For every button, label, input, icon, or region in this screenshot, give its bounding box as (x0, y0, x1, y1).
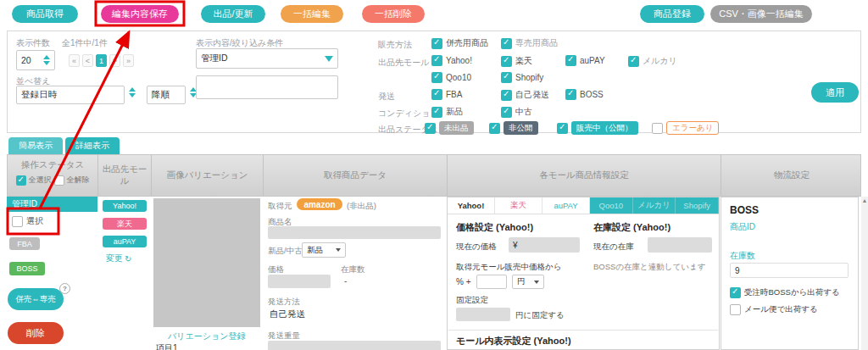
filter-option-fba[interactable]: FBA (431, 89, 462, 100)
bulk-delete-button[interactable]: 一括削除 (362, 5, 425, 23)
help-icon[interactable]: ? (59, 283, 70, 294)
filter-option-rakuten[interactable]: 楽天 (501, 55, 532, 67)
field-select[interactable]: 管理ID (196, 48, 338, 69)
percent-input[interactable] (476, 275, 507, 289)
sort-order-select[interactable]: 降順 (147, 86, 186, 104)
filter-option-shopify[interactable]: Shopify (501, 72, 543, 83)
fixed-setting-label: 固定設定 (456, 295, 488, 306)
per-page-select[interactable]: 20 (16, 50, 55, 70)
filter-option-senbai[interactable]: 専売用商品 (501, 37, 558, 49)
checkbox-checked-icon[interactable] (565, 55, 576, 66)
checkbox-unchecked-icon[interactable] (730, 304, 741, 315)
apply-button[interactable]: 適用 (811, 82, 859, 103)
filter-search-input[interactable] (196, 75, 338, 99)
checkbox-checked-icon[interactable] (565, 89, 576, 100)
scroll-up-icon[interactable]: ▲ (861, 197, 868, 204)
pagination-last[interactable]: » (123, 54, 134, 67)
filter-status-selling[interactable]: 販売中（公開） (557, 121, 638, 135)
sales-method-label: 販売方法 (378, 39, 412, 51)
pagination-prev[interactable]: < (82, 54, 93, 67)
checkbox-checked-icon[interactable] (431, 72, 442, 83)
ship-method-value: 自己発送 (270, 308, 305, 320)
checkbox-checked-icon[interactable] (628, 56, 639, 67)
tab-yahoo[interactable]: Yahoo! (448, 197, 495, 214)
condition-select[interactable]: 新品 (302, 242, 346, 258)
checkbox-checked-icon[interactable] (730, 287, 741, 298)
pagination-current-page[interactable]: 1 (96, 54, 107, 67)
boss-ship-option[interactable]: 受注時BOSSから出荷する (730, 287, 840, 298)
option-label: 中古 (515, 106, 532, 118)
product-image-placeholder (153, 198, 260, 327)
csv-image-bulk-edit-button[interactable]: CSV・画像一括編集 (710, 5, 812, 23)
yen-unit-select[interactable]: 円 (512, 275, 544, 289)
mail-ship-option[interactable]: メール便で出荷する (730, 304, 818, 315)
header-label: 出品先モール (98, 164, 151, 187)
pagination: « < 1 > » (69, 54, 134, 67)
pagination-next[interactable]: > (109, 54, 120, 67)
filter-option-aupay[interactable]: auPAY (565, 55, 605, 66)
checkbox-checked-icon[interactable] (501, 90, 512, 101)
save-edits-button[interactable]: 編集内容保存 (101, 5, 179, 23)
tab-aupay[interactable]: auPAY (542, 197, 590, 214)
option-label: auPAY (580, 56, 605, 65)
current-stock-label: 現在の在庫 (593, 242, 634, 253)
tab-mercari: メルカリ (633, 197, 676, 214)
sort-field-spinner[interactable] (129, 87, 136, 97)
filter-status-unlisted[interactable]: 未出品 (425, 121, 474, 135)
filter-option-yahoo[interactable]: Yahoo! (431, 55, 472, 66)
publish-update-button[interactable]: 出品/更新 (201, 5, 265, 23)
field-select-value: 管理ID (201, 53, 228, 64)
bulk-edit-button[interactable]: 一括編集 (281, 5, 343, 23)
scrollbar[interactable]: ▲ (861, 197, 868, 350)
spinner-down-icon[interactable] (129, 93, 136, 97)
checkbox-checked-icon[interactable] (557, 123, 568, 134)
filter-option-boss[interactable]: BOSS (565, 89, 604, 100)
sort-order-value: 降順 (152, 89, 170, 101)
checkbox-unchecked-icon[interactable] (652, 123, 663, 134)
tab-rakuten[interactable]: 楽天 (495, 197, 542, 214)
variation-register-link[interactable]: バリエーション登録 (168, 331, 245, 342)
header-operation-status: 操作ステータス 全選択 全解除 (8, 155, 98, 196)
checkbox-checked-icon[interactable] (431, 107, 442, 118)
row-select-checkbox[interactable] (12, 216, 23, 227)
ship-weight-input (268, 341, 441, 350)
filter-option-new[interactable]: 新品 (431, 106, 463, 118)
pagination-first[interactable]: « (69, 54, 80, 67)
filter-option-qoo10[interactable]: Qoo10 (431, 72, 471, 83)
filter-status-error[interactable]: エラーあり (652, 121, 719, 135)
ship-method-label: 発送方法 (268, 297, 300, 308)
checkbox-checked-icon[interactable] (431, 89, 442, 100)
spinner-up-icon[interactable] (43, 55, 50, 59)
tab-detail-view[interactable]: 詳細表示 (65, 137, 120, 154)
checkbox-checked-icon[interactable] (501, 107, 512, 118)
checkbox-checked-icon[interactable] (489, 123, 500, 134)
checkbox-checked-icon[interactable] (501, 72, 512, 83)
delete-button[interactable]: 削除 (8, 322, 64, 344)
option-label: 受注時BOSSから出荷する (744, 287, 840, 298)
change-malls-link[interactable]: 変更 ↻ (106, 253, 131, 264)
toggle-sales-mode-button[interactable]: 併売⇔専売 (8, 288, 64, 310)
register-product-button[interactable]: 商品登録 (640, 5, 704, 23)
checkbox-checked-icon[interactable] (431, 38, 442, 49)
filter-status-private[interactable]: 非公開 (489, 121, 538, 135)
select-all-checkbox[interactable] (16, 175, 26, 186)
checkbox-checked-icon[interactable] (501, 38, 512, 49)
row-select[interactable]: 選択 (12, 215, 43, 227)
fetch-products-button[interactable]: 商品取得 (12, 5, 78, 23)
checkbox-checked-icon[interactable] (501, 56, 512, 67)
tab-simple-view[interactable]: 簡易表示 (8, 137, 63, 154)
filter-option-self-ship[interactable]: 自己発送 (501, 89, 549, 101)
product-listing-manager: 商品取得 編集内容保存 出品/更新 一括編集 一括削除 商品登録 CSV・画像一… (0, 0, 868, 350)
checkbox-checked-icon[interactable] (431, 55, 442, 66)
spinner-down-icon[interactable] (43, 61, 50, 65)
logistics-stock-input[interactable]: 9 (730, 263, 849, 278)
sort-field-select[interactable]: 登録日時 (16, 86, 125, 104)
checkbox-checked-icon[interactable] (425, 123, 436, 134)
filter-option-used[interactable]: 中古 (501, 106, 532, 118)
filter-option-mercari[interactable]: メルカリ (628, 55, 677, 67)
admin-id-bar: 管理ID (7, 197, 97, 212)
filter-option-heibai[interactable]: 併売用商品 (431, 37, 488, 49)
per-page-spinner[interactable] (43, 55, 50, 65)
spinner-up-icon[interactable] (129, 87, 136, 92)
deselect-all-checkbox[interactable] (54, 175, 64, 186)
